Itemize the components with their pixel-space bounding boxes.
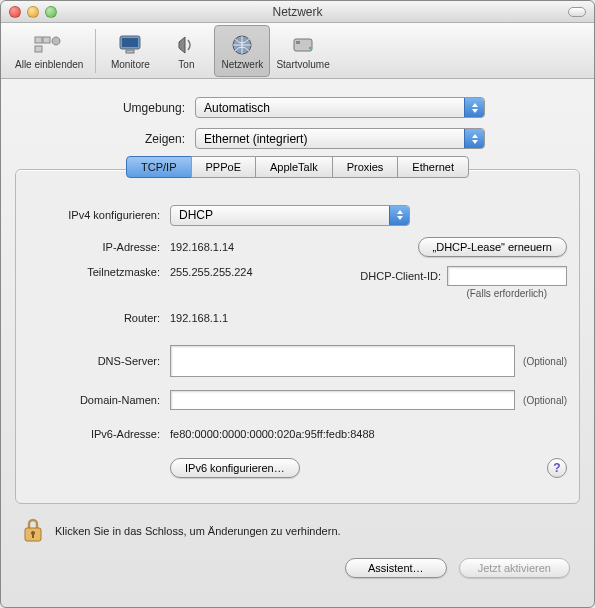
chevron-updown-icon <box>389 206 409 225</box>
tabs: TCP/IP PPPoE AppleTalk Proxies Ethernet <box>16 156 579 178</box>
startup-button[interactable]: Startvolume <box>270 25 335 77</box>
lock-row: Klicken Sie in das Schloss, um Änderunge… <box>15 518 580 544</box>
minimize-button[interactable] <box>27 6 39 18</box>
router-label: Router: <box>28 312 170 324</box>
displays-button[interactable]: Monitore <box>102 25 158 77</box>
client-id-input[interactable] <box>447 266 567 286</box>
toolbar-toggle-pill[interactable] <box>568 7 586 17</box>
svg-rect-0 <box>35 37 42 43</box>
location-row: Umgebung: Automatisch <box>15 97 580 118</box>
domain-label: Domain-Namen: <box>28 394 170 406</box>
tab-ethernet[interactable]: Ethernet <box>397 156 469 178</box>
show-all-label: Alle einblenden <box>15 59 83 70</box>
show-all-button[interactable]: Alle einblenden <box>9 25 89 77</box>
svg-rect-1 <box>43 37 50 43</box>
toolbar-separator <box>95 29 96 73</box>
tcpip-form: IPv4 konfigurieren: DHCP IP-Adresse: 192… <box>28 202 567 481</box>
client-id-label: DHCP-Client-ID: <box>360 270 441 282</box>
zoom-button[interactable] <box>45 6 57 18</box>
ipv6-button-row: IPv6 konfigurieren… ? <box>28 455 567 481</box>
show-value: Ethernet (integriert) <box>204 132 307 146</box>
dns-hint: (Optional) <box>523 356 567 367</box>
router-row: Router: 192.168.1.1 <box>28 305 567 331</box>
domain-row: Domain-Namen: (Optional) <box>28 387 567 413</box>
assist-button[interactable]: Assistent… <box>345 558 447 578</box>
ipv6-value: fe80:0000:0000:0000:020a:95ff:fedb:8488 <box>170 428 375 440</box>
dns-input[interactable] <box>170 345 515 377</box>
svg-rect-7 <box>294 39 312 51</box>
sound-label: Ton <box>178 59 194 70</box>
window-title: Netzwerk <box>1 5 594 19</box>
configure-value: DHCP <box>179 208 213 222</box>
network-button[interactable]: Netzwerk <box>214 25 270 77</box>
lock-text: Klicken Sie in das Schloss, um Änderunge… <box>55 525 341 537</box>
tab-panel: TCP/IP PPPoE AppleTalk Proxies Ethernet … <box>15 169 580 504</box>
domain-hint: (Optional) <box>523 395 567 406</box>
ipv6-label: IPv6-Adresse: <box>28 428 170 440</box>
content-area: Umgebung: Automatisch Zeigen: Ethernet (… <box>1 79 594 607</box>
ip-label: IP-Adresse: <box>28 241 170 253</box>
domain-input[interactable] <box>170 390 515 410</box>
ip-value: 192.168.1.14 <box>170 241 418 253</box>
chevron-updown-icon <box>464 129 484 148</box>
show-label: Zeigen: <box>15 132 195 146</box>
help-button[interactable]: ? <box>547 458 567 478</box>
configure-label: IPv4 konfigurieren: <box>28 209 170 221</box>
tab-tcpip[interactable]: TCP/IP <box>126 156 191 178</box>
subnet-value: 255.255.255.224 <box>170 266 290 278</box>
apply-button: Jetzt aktivieren <box>459 558 570 578</box>
ip-row: IP-Adresse: 192.168.1.14 „DHCP-Lease" er… <box>28 234 567 260</box>
subnet-row: Teilnetzmaske: 255.255.255.224 DHCP-Clie… <box>28 266 567 299</box>
network-icon <box>227 31 257 59</box>
tab-appletalk[interactable]: AppleTalk <box>255 156 333 178</box>
svg-rect-2 <box>35 46 42 52</box>
router-value: 192.168.1.1 <box>170 312 228 324</box>
titlebar: Netzwerk <box>1 1 594 23</box>
displays-label: Monitore <box>111 59 150 70</box>
prefs-window: Netzwerk Alle einblenden <box>0 0 595 608</box>
svg-rect-12 <box>32 533 34 538</box>
show-select[interactable]: Ethernet (integriert) <box>195 128 485 149</box>
svg-rect-5 <box>126 50 134 53</box>
configure-row: IPv4 konfigurieren: DHCP <box>28 202 567 228</box>
location-select[interactable]: Automatisch <box>195 97 485 118</box>
ipv6-row: IPv6-Adresse: fe80:0000:0000:0000:020a:9… <box>28 421 567 447</box>
show-row: Zeigen: Ethernet (integriert) <box>15 128 580 149</box>
show-all-icon <box>34 31 64 59</box>
displays-icon <box>115 31 145 59</box>
network-label: Netzwerk <box>222 59 264 70</box>
dns-row: DNS-Server: (Optional) <box>28 345 567 377</box>
client-id-hint: (Falls erforderlich) <box>466 288 567 299</box>
startup-label: Startvolume <box>276 59 329 70</box>
chevron-updown-icon <box>464 98 484 117</box>
window-controls <box>1 6 57 18</box>
tab-proxies[interactable]: Proxies <box>332 156 399 178</box>
ipv6-configure-button[interactable]: IPv6 konfigurieren… <box>170 458 300 478</box>
renew-lease-button[interactable]: „DHCP-Lease" erneuern <box>418 237 567 257</box>
tab-pppoe[interactable]: PPPoE <box>191 156 256 178</box>
footer: Assistent… Jetzt aktivieren <box>15 558 580 578</box>
startup-icon <box>288 31 318 59</box>
svg-rect-4 <box>122 38 138 47</box>
toolbar: Alle einblenden Monitore Ton <box>1 23 594 79</box>
configure-select[interactable]: DHCP <box>170 205 410 226</box>
sound-button[interactable]: Ton <box>158 25 214 77</box>
lock-icon[interactable] <box>21 518 45 544</box>
location-value: Automatisch <box>204 101 270 115</box>
dns-label: DNS-Server: <box>28 355 170 367</box>
close-button[interactable] <box>9 6 21 18</box>
sound-icon <box>171 31 201 59</box>
subnet-label: Teilnetzmaske: <box>28 266 170 278</box>
svg-rect-8 <box>296 41 300 44</box>
svg-point-9 <box>309 47 311 49</box>
location-label: Umgebung: <box>15 101 195 115</box>
